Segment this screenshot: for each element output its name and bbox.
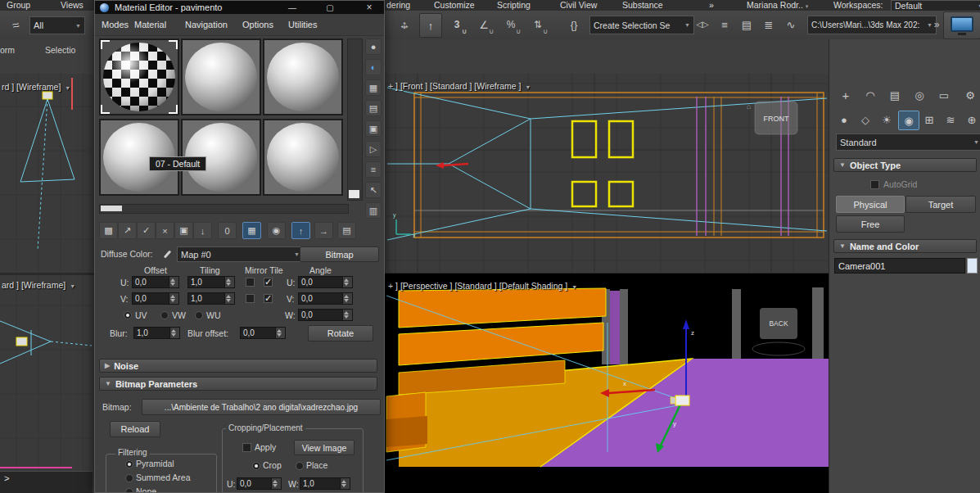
sample-type-icon[interactable]: ● — [365, 38, 382, 55]
left-bottom-viewport-label[interactable]: ard ] [Wireframe]▼ — [2, 280, 75, 290]
object-type-rollout[interactable]: ▼Object Type — [833, 158, 977, 172]
reset-map-icon[interactable]: × — [156, 222, 174, 239]
user-account-button[interactable]: Mariana Rodr.. ▾ — [747, 0, 808, 11]
go-forward-to-sibling-icon[interactable]: → — [314, 222, 333, 239]
v-angle-spinner[interactable]: 0,0 — [298, 292, 353, 305]
curve-editor-icon[interactable]: ∿ — [780, 14, 802, 35]
blur-spinner[interactable]: 1,0 — [133, 327, 180, 339]
layer-explorer-icon[interactable]: ▤ — [736, 14, 757, 35]
menu-customize[interactable]: Customize — [434, 0, 475, 11]
physical-camera-button[interactable]: Physical — [836, 196, 905, 213]
selection-filter-dropdown[interactable]: All▼ — [29, 16, 85, 34]
navigator-icon[interactable]: ▤ — [337, 222, 356, 239]
front-viewport[interactable]: x y FRONT ⌂ + ] [Front ] [Standard ] [Wi… — [385, 74, 829, 273]
menu-scripting[interactable]: Scripting — [497, 0, 531, 11]
u-mirror-checkbox[interactable] — [246, 278, 255, 287]
view-image-button[interactable]: View Image — [294, 440, 355, 455]
tab-modify-icon[interactable]: ◠ — [860, 86, 880, 104]
background-icon[interactable]: ▦ — [365, 79, 382, 96]
reload-button[interactable]: Reload — [110, 421, 160, 437]
bitmap-type-button[interactable]: Bitmap — [300, 246, 379, 262]
bitmap-path-button[interactable]: ...\Ambiente de Trabalho\2 ano digital\x… — [142, 399, 381, 415]
minimize-button[interactable]: — — [282, 1, 303, 14]
eyedropper-icon[interactable] — [160, 247, 174, 260]
make-material-unique-icon[interactable]: ▣ — [174, 222, 193, 239]
create-spacewarps-icon[interactable]: ≋ — [941, 111, 960, 129]
u-tile-checkbox[interactable] — [264, 278, 273, 287]
named-selection-set-dropdown[interactable]: Create Selection Se▼ — [589, 16, 694, 34]
u-offset-spinner[interactable]: 0,0 — [132, 276, 179, 288]
ribbon-tab-selection[interactable]: Selectio — [45, 45, 75, 55]
u-angle-spinner[interactable]: 0,0 — [298, 276, 353, 288]
wu-radio[interactable] — [195, 311, 203, 319]
object-color-swatch[interactable] — [967, 258, 978, 274]
perspective-viewport-label[interactable]: + ] [Perspective ] [Standard ] [Default … — [388, 281, 577, 291]
crop-w-spinner[interactable]: 1,0 — [300, 477, 350, 490]
maximize-button[interactable]: ▢ — [319, 1, 341, 14]
menu-substance[interactable]: Substance — [622, 0, 663, 11]
material-slot-6[interactable] — [263, 119, 343, 196]
sample-vertical-scrollbar[interactable] — [347, 38, 363, 201]
sample-horizontal-scrollbar[interactable] — [99, 204, 349, 214]
left-top-viewport-label[interactable]: rd ] [Wireframe]▼ — [2, 82, 70, 92]
blur-offset-spinner[interactable]: 0,0 — [240, 327, 286, 339]
tab-create-icon[interactable]: + — [836, 86, 856, 104]
perspective-viewport-canvas[interactable]: z x y BACK — [385, 274, 829, 493]
v-tiling-spinner[interactable]: 1,0 — [187, 292, 235, 305]
perspective-viewport[interactable]: z x y BACK + ] [Perspective ] [Standard … — [385, 274, 829, 493]
workspace-selector[interactable]: Default▼ — [891, 0, 980, 11]
scrollbar-thumb[interactable] — [349, 190, 359, 198]
apply-checkbox[interactable] — [242, 443, 251, 452]
menu-views[interactable]: Views — [61, 0, 84, 11]
material-slot-1[interactable] — [99, 38, 179, 115]
material-slot-3[interactable] — [263, 38, 343, 115]
menu-modes[interactable]: Modes — [102, 14, 129, 35]
align-icon[interactable]: ≡ — [714, 14, 735, 35]
noise-rollout[interactable]: ▶Noise — [99, 359, 377, 373]
place-radio[interactable] — [296, 462, 304, 470]
crop-radio[interactable] — [252, 462, 260, 470]
material-slot-2[interactable] — [181, 38, 261, 115]
put-material-to-scene-icon[interactable]: ↗ — [118, 222, 137, 239]
menu-material[interactable]: Material — [134, 14, 166, 35]
tab-utilities-icon[interactable]: ⚙ — [960, 86, 980, 104]
rendered-frame-window-icon[interactable] — [943, 11, 980, 39]
material-map-navigator-icon[interactable]: ▥ — [365, 202, 382, 219]
menu-rendering[interactable]: dering — [386, 0, 410, 11]
get-material-icon[interactable]: ▩ — [99, 222, 118, 239]
create-shapes-icon[interactable]: ◇ — [856, 111, 875, 129]
w-angle-spinner[interactable]: 0,0 — [298, 309, 353, 321]
v-mirror-checkbox[interactable] — [246, 294, 255, 303]
scene-explorer-icon[interactable]: ≣ — [758, 14, 779, 35]
left-viewports[interactable]: rd ] [Wireframe]▼ ard ] [Wireframe]▼ > — [0, 74, 94, 493]
none-radio[interactable] — [125, 488, 133, 493]
u-tiling-spinner[interactable]: 1,0 — [187, 276, 235, 288]
camera-type-dropdown[interactable]: Standard▼ — [836, 133, 980, 151]
uv-radio[interactable] — [124, 311, 132, 319]
material-id-channel-icon[interactable]: 0 — [218, 222, 237, 239]
rotate-button[interactable]: Rotate — [308, 325, 373, 341]
create-helpers-icon[interactable]: ⊞ — [919, 111, 939, 129]
crop-u-spinner[interactable]: 0,0 — [237, 477, 282, 490]
options-icon[interactable]: ≡ — [365, 161, 382, 178]
menu-options[interactable]: Options — [242, 14, 273, 35]
viewcube-home-icon[interactable]: ⌂ — [747, 102, 751, 111]
front-viewport-canvas[interactable]: x y FRONT ⌂ — [385, 74, 829, 273]
menu-overflow-chevron[interactable]: » — [709, 0, 714, 11]
select-and-place-icon[interactable]: ↑ — [419, 13, 442, 38]
video-color-check-icon[interactable]: ▣ — [365, 120, 382, 137]
summed-area-radio[interactable] — [125, 474, 133, 482]
pyramidal-radio[interactable] — [125, 460, 133, 468]
sample-tiling-icon[interactable]: ▤ — [365, 100, 382, 116]
bind-to-space-warp-icon[interactable]: ≈ — [2, 11, 29, 38]
autogrid-checkbox[interactable] — [870, 180, 879, 189]
menu-utilities[interactable]: Utilities — [288, 14, 317, 35]
map-slot-dropdown[interactable]: Map #0▼ — [177, 246, 304, 262]
backlight-icon[interactable]: ◐ — [365, 59, 382, 75]
create-cameras-icon[interactable]: ◉ — [898, 111, 919, 130]
scrollbar-thumb[interactable] — [101, 206, 122, 211]
v-tile-checkbox[interactable] — [264, 294, 273, 303]
front-viewport-label[interactable]: + ] [Front ] [Standard ] [Wireframe ]▼ — [388, 81, 531, 91]
v-offset-spinner[interactable]: 0,0 — [132, 292, 179, 305]
show-map-in-viewport-icon[interactable]: ▦ — [242, 222, 261, 239]
